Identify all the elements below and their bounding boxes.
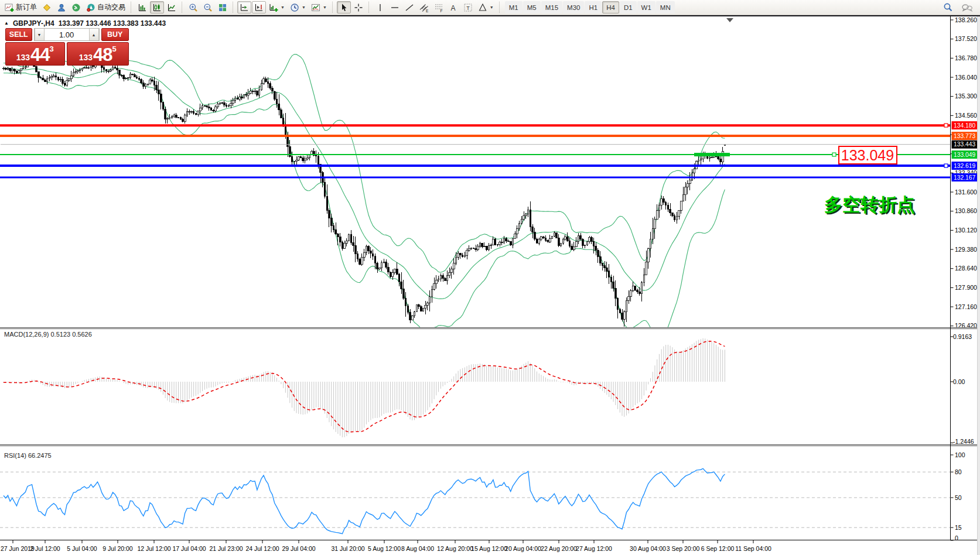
timeframe-m15-button[interactable]: M15 (541, 1, 562, 13)
candle-body (661, 198, 663, 205)
zoom-in-button[interactable] (186, 1, 200, 13)
time-tick-label: 3 Sep 20:00 (667, 545, 700, 552)
candle-body (630, 290, 632, 296)
price-tick-label: 130.120 (955, 227, 977, 234)
search-button[interactable] (941, 1, 955, 13)
chart-shift-button[interactable] (252, 1, 266, 13)
candle-body (584, 245, 586, 245)
timeframe-mn-button[interactable]: MN (656, 1, 675, 13)
chat-button[interactable] (959, 1, 975, 13)
trendline-button[interactable] (402, 1, 416, 13)
candle-body (145, 84, 146, 86)
candle-body (464, 255, 466, 256)
candle-body (317, 156, 319, 164)
candle-body (497, 245, 498, 245)
level-handle[interactable] (944, 124, 948, 127)
candle-body (138, 78, 140, 80)
signals-icon (71, 3, 81, 12)
new-order-button[interactable]: 新订单 (2, 1, 39, 13)
candle-body (173, 115, 175, 117)
timeframe-m1-button[interactable]: M1 (505, 1, 523, 13)
candle-body (361, 257, 363, 265)
buy-button[interactable]: BUY (101, 28, 129, 41)
chart-canvas[interactable]: 138.260137.520136.780136.040135.300134.5… (0, 16, 980, 555)
candle-body (433, 283, 435, 289)
volume-increase-button[interactable]: ▲ (89, 29, 99, 40)
signals-button[interactable] (69, 1, 83, 13)
vertical-line-button[interactable] (373, 1, 387, 13)
macd-axis-label: 0.00 (953, 378, 965, 385)
timeframe-m30-button[interactable]: M30 (563, 1, 584, 13)
candle-body (617, 298, 619, 309)
horizontal-line-button[interactable] (388, 1, 402, 13)
price-callout-text: 133.049 (841, 147, 894, 163)
community-button[interactable] (54, 1, 69, 13)
zoom-out-button[interactable] (201, 1, 215, 13)
timeframe-h1-button[interactable]: H1 (585, 1, 602, 13)
level-handle[interactable] (832, 153, 836, 156)
candle-body (13, 69, 15, 71)
timeframe-w1-button[interactable]: W1 (637, 1, 655, 13)
metaeditor-button[interactable] (40, 1, 54, 13)
price-tick-label: 127.900 (955, 284, 977, 291)
text-label-button[interactable]: T (461, 1, 475, 13)
toolbar-right-group (941, 1, 978, 13)
candle-body (670, 209, 671, 213)
shapes-button[interactable]: ▼ (476, 1, 496, 13)
candle-body (536, 239, 538, 243)
window-scroll-strip[interactable] (977, 16, 980, 555)
line-chart-button[interactable] (165, 1, 179, 13)
candle-body (79, 70, 81, 71)
channel-button[interactable]: E (417, 1, 431, 13)
macd-panel: MACD(12,26,9) 0.5123 0.56260.91630.00-1.… (4, 331, 974, 445)
candle-body (517, 229, 518, 234)
candle-body (239, 97, 241, 100)
tile-windows-button[interactable] (216, 1, 230, 13)
buy-price-display[interactable]: 133 48 5 (67, 42, 129, 66)
candle-body (626, 300, 627, 311)
new-chart-button[interactable]: ▼ (267, 1, 287, 13)
bollinger-bands (4, 54, 725, 344)
timeframe-m5-button[interactable]: M5 (523, 1, 541, 13)
candle-body (613, 282, 614, 288)
auto-scroll-button[interactable] (237, 1, 251, 13)
level-handle[interactable] (944, 164, 948, 167)
candle-body (623, 312, 625, 320)
candle-body (90, 66, 92, 68)
indicators-button[interactable]: ▼ (309, 1, 329, 13)
candle-body (641, 283, 643, 294)
candle-body (153, 81, 155, 85)
chart-shift-marker[interactable] (726, 18, 733, 22)
bar-chart-button[interactable] (135, 1, 149, 13)
candle-body (49, 78, 50, 79)
candlestick-chart-button[interactable] (150, 1, 164, 13)
candle-body (706, 156, 708, 158)
text-tool-button[interactable]: A (446, 1, 460, 13)
sell-button[interactable]: SELL (5, 28, 32, 41)
candle-body (619, 310, 621, 313)
candle-body (195, 114, 197, 115)
collapse-triangle-icon[interactable]: ▲ (4, 20, 9, 26)
candle-body (221, 103, 223, 104)
candle-body (66, 80, 68, 85)
profiles-button[interactable]: ▼ (288, 1, 308, 13)
level-thick-segment[interactable] (694, 153, 730, 156)
fibonacci-button[interactable]: F (432, 1, 446, 13)
candle-body (571, 246, 573, 249)
cursor-button[interactable] (337, 1, 351, 13)
timeframe-h4-button[interactable]: H4 (602, 1, 619, 13)
crosshair-button[interactable] (351, 1, 366, 13)
annotation-text[interactable]: 多空转折点 (824, 194, 915, 215)
volume-input[interactable] (45, 29, 89, 40)
candle-body (542, 237, 544, 238)
candle-body (460, 253, 462, 255)
candle-body (482, 243, 483, 246)
timeframe-d1-button[interactable]: D1 (620, 1, 637, 13)
candle-body (493, 239, 494, 245)
sell-price-display[interactable]: 133 44 3 (5, 42, 65, 66)
autotrading-button[interactable]: 自动交易 (84, 1, 128, 13)
auto-scroll-icon (240, 3, 249, 12)
candle-body (628, 296, 630, 300)
volume-decrease-button[interactable]: ▼ (35, 29, 45, 40)
candle-body (278, 104, 280, 109)
